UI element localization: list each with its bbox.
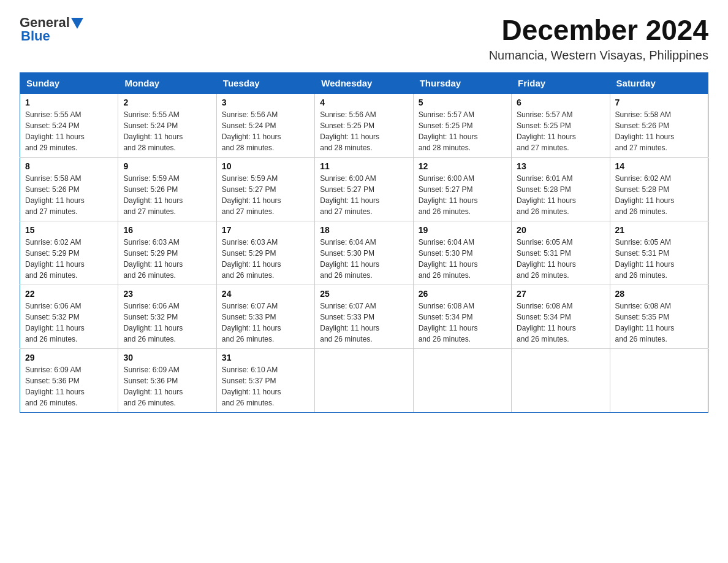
calendar-cell: 23 Sunrise: 6:06 AMSunset: 5:32 PMDaylig…	[118, 285, 216, 348]
day-number: 4	[320, 98, 408, 107]
calendar-cell	[512, 348, 610, 412]
day-number: 20	[517, 225, 604, 235]
day-number: 25	[320, 289, 408, 299]
calendar-cell: 11 Sunrise: 6:00 AMSunset: 5:27 PMDaylig…	[315, 157, 413, 221]
col-tuesday: Tuesday	[216, 72, 314, 93]
col-friday: Friday	[512, 72, 610, 93]
calendar-cell: 22 Sunrise: 6:06 AMSunset: 5:32 PMDaylig…	[20, 285, 118, 348]
day-info: Sunrise: 6:09 AMSunset: 5:36 PMDaylight:…	[25, 366, 85, 407]
day-info: Sunrise: 6:08 AMSunset: 5:35 PMDaylight:…	[615, 302, 675, 343]
col-sunday: Sunday	[20, 72, 118, 93]
day-info: Sunrise: 6:08 AMSunset: 5:34 PMDaylight:…	[517, 302, 576, 343]
calendar-cell: 31 Sunrise: 6:10 AMSunset: 5:37 PMDaylig…	[216, 348, 314, 412]
day-info: Sunrise: 5:55 AMSunset: 5:24 PMDaylight:…	[123, 110, 183, 152]
day-info: Sunrise: 6:04 AMSunset: 5:30 PMDaylight:…	[320, 238, 379, 280]
calendar-cell: 6 Sunrise: 5:57 AMSunset: 5:25 PMDayligh…	[512, 93, 610, 157]
day-number: 23	[123, 289, 211, 299]
day-number: 30	[123, 353, 211, 362]
day-info: Sunrise: 6:10 AMSunset: 5:37 PMDaylight:…	[222, 366, 281, 407]
calendar-cell: 29 Sunrise: 6:09 AMSunset: 5:36 PMDaylig…	[20, 348, 118, 412]
col-monday: Monday	[118, 72, 216, 93]
calendar-cell: 14 Sunrise: 6:02 AMSunset: 5:28 PMDaylig…	[610, 157, 708, 221]
calendar-cell: 21 Sunrise: 6:05 AMSunset: 5:31 PMDaylig…	[610, 221, 708, 285]
calendar-cell: 4 Sunrise: 5:56 AMSunset: 5:25 PMDayligh…	[315, 93, 413, 157]
day-info: Sunrise: 6:05 AMSunset: 5:31 PMDaylight:…	[615, 238, 675, 280]
calendar-cell: 8 Sunrise: 5:58 AMSunset: 5:26 PMDayligh…	[20, 157, 118, 221]
calendar-week-1: 1 Sunrise: 5:55 AMSunset: 5:24 PMDayligh…	[20, 93, 708, 157]
calendar-cell: 12 Sunrise: 6:00 AMSunset: 5:27 PMDaylig…	[413, 157, 511, 221]
day-number: 28	[615, 289, 703, 299]
day-info: Sunrise: 5:57 AMSunset: 5:25 PMDaylight:…	[517, 110, 576, 152]
calendar-week-3: 15 Sunrise: 6:02 AMSunset: 5:29 PMDaylig…	[20, 221, 708, 285]
calendar-cell: 2 Sunrise: 5:55 AMSunset: 5:24 PMDayligh…	[118, 93, 216, 157]
logo-triangle-icon	[71, 18, 83, 29]
day-number: 21	[615, 225, 703, 235]
day-number: 7	[615, 98, 703, 107]
calendar-cell: 5 Sunrise: 5:57 AMSunset: 5:25 PMDayligh…	[413, 93, 511, 157]
day-info: Sunrise: 6:07 AMSunset: 5:33 PMDaylight:…	[320, 302, 379, 343]
calendar-cell: 3 Sunrise: 5:56 AMSunset: 5:24 PMDayligh…	[216, 93, 314, 157]
day-info: Sunrise: 5:56 AMSunset: 5:24 PMDaylight:…	[222, 110, 281, 152]
calendar-cell	[413, 348, 511, 412]
day-number: 27	[517, 289, 604, 299]
calendar-cell: 26 Sunrise: 6:08 AMSunset: 5:34 PMDaylig…	[413, 285, 511, 348]
day-info: Sunrise: 6:08 AMSunset: 5:34 PMDaylight:…	[419, 302, 478, 343]
day-info: Sunrise: 5:55 AMSunset: 5:24 PMDaylight:…	[25, 110, 85, 152]
page-header: General Blue December 2024 Numancia, Wes…	[20, 15, 708, 63]
calendar-week-4: 22 Sunrise: 6:06 AMSunset: 5:32 PMDaylig…	[20, 285, 708, 348]
day-number: 8	[25, 161, 113, 171]
calendar-cell: 19 Sunrise: 6:04 AMSunset: 5:30 PMDaylig…	[413, 221, 511, 285]
day-number: 22	[25, 289, 113, 299]
day-number: 9	[123, 161, 211, 171]
calendar-cell: 25 Sunrise: 6:07 AMSunset: 5:33 PMDaylig…	[315, 285, 413, 348]
col-thursday: Thursday	[413, 72, 511, 93]
main-title: December 2024	[489, 15, 708, 46]
day-number: 18	[320, 225, 408, 235]
day-number: 10	[222, 161, 309, 171]
calendar-week-2: 8 Sunrise: 5:58 AMSunset: 5:26 PMDayligh…	[20, 157, 708, 221]
day-info: Sunrise: 6:09 AMSunset: 5:36 PMDaylight:…	[123, 366, 183, 407]
day-info: Sunrise: 6:02 AMSunset: 5:28 PMDaylight:…	[615, 174, 675, 216]
day-number: 31	[222, 353, 309, 362]
calendar-cell: 20 Sunrise: 6:05 AMSunset: 5:31 PMDaylig…	[512, 221, 610, 285]
day-info: Sunrise: 6:06 AMSunset: 5:32 PMDaylight:…	[123, 302, 183, 343]
calendar-cell: 15 Sunrise: 6:02 AMSunset: 5:29 PMDaylig…	[20, 221, 118, 285]
day-number: 17	[222, 225, 309, 235]
calendar-cell: 16 Sunrise: 6:03 AMSunset: 5:29 PMDaylig…	[118, 221, 216, 285]
calendar-cell: 10 Sunrise: 5:59 AMSunset: 5:27 PMDaylig…	[216, 157, 314, 221]
day-number: 2	[123, 98, 211, 107]
day-number: 3	[222, 98, 309, 107]
calendar-cell: 27 Sunrise: 6:08 AMSunset: 5:34 PMDaylig…	[512, 285, 610, 348]
day-info: Sunrise: 6:03 AMSunset: 5:29 PMDaylight:…	[123, 238, 183, 280]
day-info: Sunrise: 5:59 AMSunset: 5:27 PMDaylight:…	[222, 174, 281, 216]
day-info: Sunrise: 5:57 AMSunset: 5:25 PMDaylight:…	[419, 110, 478, 152]
day-number: 12	[419, 161, 506, 171]
calendar-cell: 17 Sunrise: 6:03 AMSunset: 5:29 PMDaylig…	[216, 221, 314, 285]
calendar-cell: 24 Sunrise: 6:07 AMSunset: 5:33 PMDaylig…	[216, 285, 314, 348]
day-info: Sunrise: 6:06 AMSunset: 5:32 PMDaylight:…	[25, 302, 85, 343]
calendar-week-5: 29 Sunrise: 6:09 AMSunset: 5:36 PMDaylig…	[20, 348, 708, 412]
day-info: Sunrise: 5:56 AMSunset: 5:25 PMDaylight:…	[320, 110, 379, 152]
calendar-cell	[315, 348, 413, 412]
day-number: 13	[517, 161, 604, 171]
day-number: 24	[222, 289, 309, 299]
day-info: Sunrise: 5:58 AMSunset: 5:26 PMDaylight:…	[25, 174, 85, 216]
calendar-cell: 30 Sunrise: 6:09 AMSunset: 5:36 PMDaylig…	[118, 348, 216, 412]
day-number: 14	[615, 161, 703, 171]
calendar-cell: 13 Sunrise: 6:01 AMSunset: 5:28 PMDaylig…	[512, 157, 610, 221]
day-number: 26	[419, 289, 506, 299]
col-wednesday: Wednesday	[315, 72, 413, 93]
col-saturday: Saturday	[610, 72, 708, 93]
day-info: Sunrise: 6:00 AMSunset: 5:27 PMDaylight:…	[419, 174, 478, 216]
subtitle: Numancia, Western Visayas, Philippines	[489, 48, 708, 63]
day-info: Sunrise: 5:58 AMSunset: 5:26 PMDaylight:…	[615, 110, 675, 152]
day-number: 19	[419, 225, 506, 235]
title-block: December 2024 Numancia, Western Visayas,…	[489, 15, 708, 63]
day-info: Sunrise: 6:02 AMSunset: 5:29 PMDaylight:…	[25, 238, 85, 280]
calendar-header-row: Sunday Monday Tuesday Wednesday Thursday…	[20, 72, 708, 93]
day-info: Sunrise: 6:07 AMSunset: 5:33 PMDaylight:…	[222, 302, 281, 343]
day-info: Sunrise: 6:03 AMSunset: 5:29 PMDaylight:…	[222, 238, 281, 280]
day-number: 11	[320, 161, 408, 171]
day-info: Sunrise: 5:59 AMSunset: 5:26 PMDaylight:…	[123, 174, 183, 216]
day-number: 16	[123, 225, 211, 235]
